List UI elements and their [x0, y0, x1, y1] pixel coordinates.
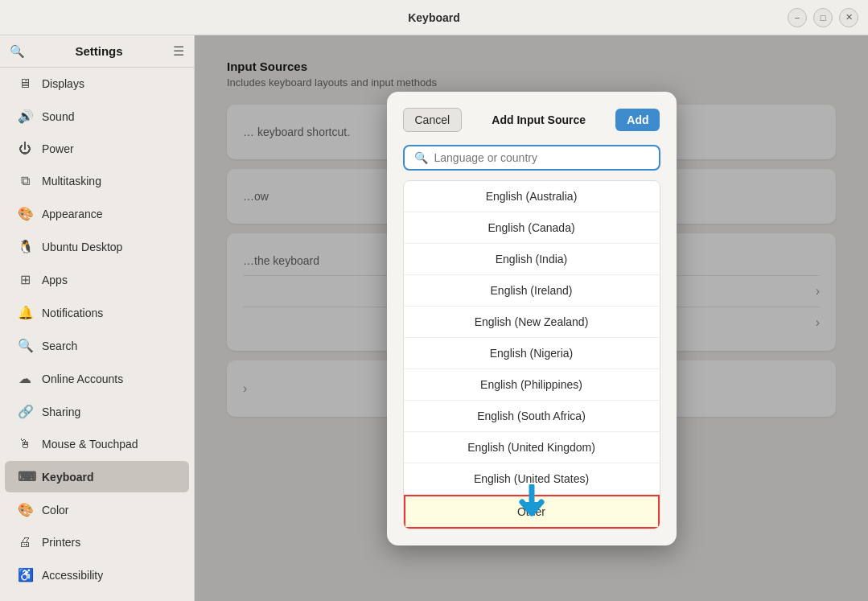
window-controls: − □ ✕ [788, 8, 858, 27]
sidebar-item-label: Multitasking [42, 175, 101, 187]
online-accounts-icon: ☁ [18, 371, 32, 386]
list-item-english-new-zealand[interactable]: English (New Zealand) [404, 307, 660, 338]
sidebar-item-label: Printers [42, 536, 80, 549]
modal-overlay[interactable]: Cancel Add Input Source Add 🔍 English (A… [195, 35, 868, 601]
sidebar-item-label: Mouse & Touchpad [42, 438, 138, 451]
sidebar-item-label: Search [42, 340, 77, 352]
sidebar-title: Settings [31, 44, 167, 58]
modal-title: Add Input Source [492, 113, 586, 126]
modal-header: Cancel Add Input Source Add [403, 108, 660, 132]
sidebar-item-mouse-touchpad[interactable]: 🖱 Mouse & Touchpad [5, 429, 189, 459]
main-content: Input Sources Includes keyboard layouts … [195, 35, 868, 601]
power-icon: ⏻ [18, 142, 32, 156]
app-window: 🔍 Settings ☰ 🖥 Displays 🔊 Sound ⏻ Power … [0, 35, 868, 601]
list-item-english-australia[interactable]: English (Australia) [404, 181, 660, 212]
sidebar-item-label: Accessibility [42, 569, 103, 582]
modal-search-field[interactable]: 🔍 [403, 145, 660, 171]
sidebar-item-apps[interactable]: ⊞ Apps [5, 264, 189, 295]
sidebar-item-label: Apps [42, 274, 68, 286]
modal-search-icon: 🔍 [414, 151, 428, 164]
list-item-english-canada[interactable]: English (Canada) [404, 212, 660, 244]
sidebar-item-printers[interactable]: 🖨 Printers [5, 527, 189, 558]
sidebar-item-online-accounts[interactable]: ☁ Online Accounts [5, 363, 189, 394]
list-item-english-uk[interactable]: English (United Kingdom) [404, 432, 660, 463]
keyboard-icon: ⌨ [18, 469, 32, 484]
apps-icon: ⊞ [18, 272, 32, 287]
sidebar-item-notifications[interactable]: 🔔 Notifications [5, 297, 189, 328]
sidebar-item-label: Online Accounts [42, 373, 123, 385]
sidebar-item-label: Appearance [42, 208, 103, 220]
sidebar-item-ubuntu-desktop[interactable]: 🐧 Ubuntu Desktop [5, 231, 189, 262]
window-title: Keyboard [408, 11, 460, 24]
list-item-english-us[interactable]: English (United States) [404, 463, 660, 495]
sharing-icon: 🔗 [18, 404, 32, 419]
sidebar-item-privacy-security[interactable]: 🔒 Privacy & Security [5, 592, 189, 601]
sidebar-item-power[interactable]: ⏻ Power [5, 134, 189, 164]
titlebar: Keyboard − □ ✕ [0, 0, 868, 35]
list-item-english-india[interactable]: English (India) [404, 244, 660, 275]
list-item-english-nigeria[interactable]: English (Nigeria) [404, 338, 660, 369]
sidebar-item-color[interactable]: 🎨 Color [5, 494, 189, 525]
search-icon[interactable]: 🔍 [10, 44, 25, 59]
color-icon: 🎨 [18, 502, 32, 517]
sidebar-item-sound[interactable]: 🔊 Sound [5, 101, 189, 132]
sidebar-item-label: Power [42, 142, 74, 155]
language-search-input[interactable] [434, 151, 649, 164]
ubuntu-icon: 🐧 [18, 239, 32, 254]
sidebar-item-accessibility[interactable]: ♿ Accessibility [5, 559, 189, 591]
list-item-english-philippines[interactable]: English (Philippines) [404, 369, 660, 401]
cancel-button[interactable]: Cancel [403, 108, 463, 132]
sidebar-item-label: Notifications [42, 307, 103, 319]
sidebar-item-search[interactable]: 🔍 Search [5, 330, 189, 361]
sidebar-item-sharing[interactable]: 🔗 Sharing [5, 396, 189, 427]
notifications-icon: 🔔 [18, 305, 32, 320]
sidebar-header: 🔍 Settings ☰ [0, 35, 194, 68]
language-list: English (Australia) English (Canada) Eng… [403, 180, 660, 529]
printers-icon: 🖨 [18, 535, 32, 550]
maximize-button[interactable]: □ [813, 8, 833, 27]
sidebar-item-label: Ubuntu Desktop [42, 241, 122, 253]
list-item-english-south-africa[interactable]: English (South Africa) [404, 401, 660, 432]
list-item-english-ireland[interactable]: English (Ireland) [404, 275, 660, 307]
sidebar-item-appearance[interactable]: 🎨 Appearance [5, 198, 189, 229]
add-button[interactable]: Add [615, 109, 660, 131]
mouse-icon: 🖱 [18, 437, 32, 451]
menu-icon[interactable]: ☰ [173, 43, 184, 59]
close-button[interactable]: ✕ [839, 8, 858, 27]
sidebar-item-displays[interactable]: 🖥 Displays [5, 68, 189, 99]
add-input-source-modal: Cancel Add Input Source Add 🔍 English (A… [387, 92, 677, 545]
sidebar-item-label: Color [42, 504, 68, 517]
appearance-icon: 🎨 [18, 206, 32, 221]
list-item-other[interactable]: Other [404, 495, 660, 529]
accessibility-icon: ♿ [18, 567, 32, 582]
sidebar: 🔍 Settings ☰ 🖥 Displays 🔊 Sound ⏻ Power … [0, 35, 195, 601]
sidebar-item-label: Sharing [42, 405, 80, 418]
minimize-button[interactable]: − [788, 8, 807, 27]
sidebar-item-keyboard[interactable]: ⌨ Keyboard [5, 461, 189, 492]
modal-container: Cancel Add Input Source Add 🔍 English (A… [387, 92, 677, 545]
multitasking-icon: ⧉ [18, 174, 32, 188]
search-nav-icon: 🔍 [18, 338, 32, 353]
sidebar-item-label: Sound [42, 110, 74, 123]
sidebar-item-label: Keyboard [42, 471, 94, 484]
sidebar-item-multitasking[interactable]: ⧉ Multitasking [5, 166, 189, 196]
displays-icon: 🖥 [18, 76, 32, 91]
sound-icon: 🔊 [18, 109, 32, 124]
sidebar-item-label: Displays [42, 77, 84, 90]
